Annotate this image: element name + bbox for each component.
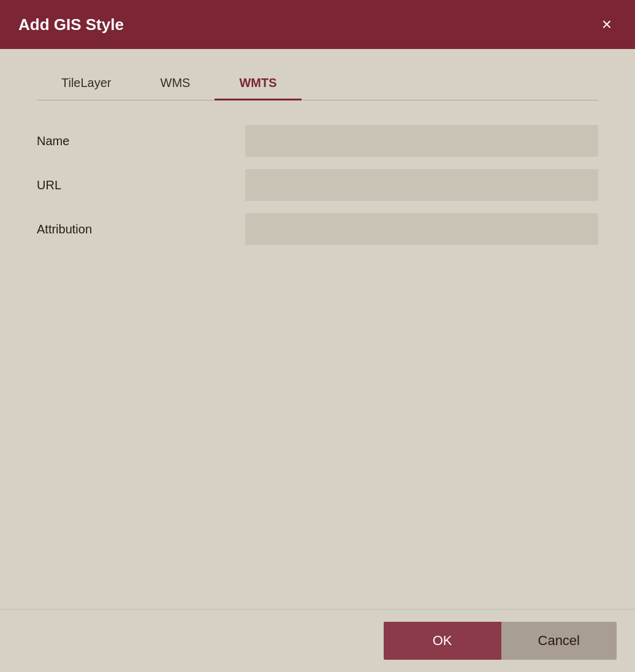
tabs-container: TileLayer WMS WMTS — [37, 67, 598, 100]
add-gis-style-dialog: Add GIS Style × TileLayer WMS WMTS Name … — [0, 0, 635, 672]
attribution-label: Attribution — [37, 222, 245, 236]
ok-button[interactable]: OK — [384, 622, 501, 660]
dialog-header: Add GIS Style × — [0, 0, 635, 49]
form-fields: Name URL Attribution — [37, 125, 598, 245]
url-label: URL — [37, 178, 245, 192]
name-row: Name — [37, 125, 598, 157]
url-input[interactable] — [245, 169, 598, 201]
tab-wms[interactable]: WMS — [136, 67, 215, 100]
tab-wmts[interactable]: WMTS — [215, 67, 301, 100]
dialog-footer: OK Cancel — [0, 609, 635, 672]
tab-tilelayer[interactable]: TileLayer — [37, 67, 136, 100]
cancel-button[interactable]: Cancel — [501, 622, 617, 660]
dialog-body: TileLayer WMS WMTS Name URL Attribution — [0, 49, 635, 609]
close-button[interactable]: × — [597, 13, 617, 36]
attribution-input[interactable] — [245, 213, 598, 245]
url-row: URL — [37, 169, 598, 201]
attribution-row: Attribution — [37, 213, 598, 245]
dialog-title: Add GIS Style — [18, 15, 124, 34]
name-input[interactable] — [245, 125, 598, 157]
name-label: Name — [37, 134, 245, 148]
